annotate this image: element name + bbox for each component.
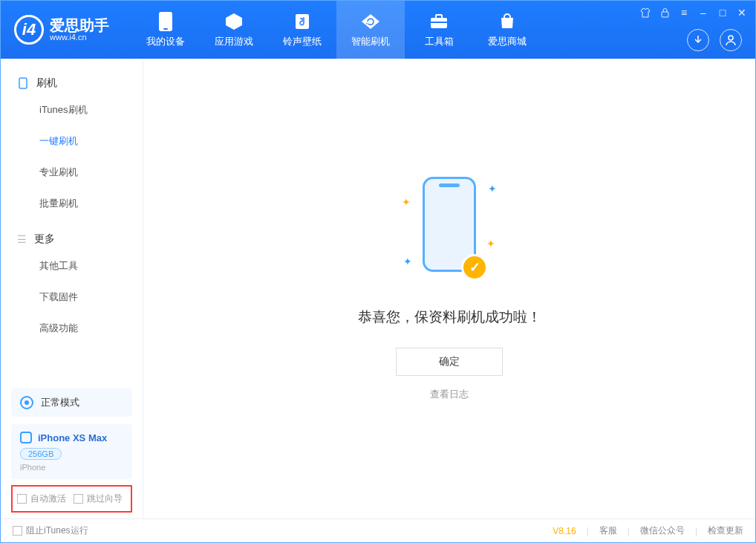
phone-icon <box>17 77 29 89</box>
device-capacity: 256GB <box>20 448 62 460</box>
checkbox-block-itunes[interactable]: 阻止iTunes运行 <box>13 524 88 537</box>
nav-store[interactable]: 爱思商城 <box>473 1 541 59</box>
options-highlighted-box: 自动激活 跳过向导 <box>11 485 132 513</box>
nav-toolbox[interactable]: 工具箱 <box>405 1 473 59</box>
app-title: 爱思助手 <box>50 18 109 33</box>
app-subtitle: www.i4.cn <box>50 33 109 42</box>
nav-ringtones[interactable]: 铃声壁纸 <box>268 1 336 59</box>
nav-apps-games[interactable]: 应用游戏 <box>200 1 268 59</box>
device-card[interactable]: iPhone XS Max 256GB iPhone <box>11 424 132 479</box>
separator: | <box>587 526 589 536</box>
titlebar-maximize-icon[interactable]: □ <box>717 7 729 19</box>
nav-label: 爱思商城 <box>488 35 527 48</box>
update-link[interactable]: 检查更新 <box>708 524 743 537</box>
app-header: i4 爱思助手 www.i4.cn 我的设备 应用游戏 铃声壁纸 智能刷机 工具… <box>1 1 755 59</box>
sidebar-group-more[interactable]: ☰ 更多 <box>1 228 143 250</box>
sidebar: 刷机 iTunes刷机 一键刷机 专业刷机 批量刷机 ☰ 更多 其他工具 下载固… <box>1 59 143 518</box>
titlebar-lock-icon[interactable] <box>659 7 671 19</box>
separator: | <box>695 526 697 536</box>
titlebar-menu-icon[interactable]: ≡ <box>678 7 690 19</box>
nav-my-device[interactable]: 我的设备 <box>131 1 200 59</box>
device-type: iPhone <box>20 463 123 472</box>
nav-label: 铃声壁纸 <box>283 35 322 48</box>
checkbox-icon <box>17 494 27 504</box>
ok-button[interactable]: 确定 <box>396 348 503 376</box>
svg-rect-6 <box>662 12 668 17</box>
checkbox-auto-activate[interactable]: 自动激活 <box>17 492 66 505</box>
sidebar-item-itunes-flash[interactable]: iTunes刷机 <box>39 94 143 126</box>
main-nav: 我的设备 应用游戏 铃声壁纸 智能刷机 工具箱 爱思商城 <box>131 1 541 59</box>
sidebar-item-pro-flash[interactable]: 专业刷机 <box>39 157 143 188</box>
checkbox-skip-wizard[interactable]: 跳过向导 <box>74 492 123 505</box>
success-illustration: ✓ ✦ ✦ ✦ ✦ <box>405 177 494 288</box>
checkbox-label: 自动激活 <box>30 492 66 505</box>
nav-label: 应用游戏 <box>215 35 253 48</box>
group-title: 刷机 <box>36 77 57 90</box>
separator: | <box>628 526 630 536</box>
nav-label: 工具箱 <box>425 35 454 48</box>
sidebar-item-oneclick-flash[interactable]: 一键刷机 <box>39 126 143 157</box>
support-link[interactable]: 客服 <box>599 524 617 537</box>
view-log-link[interactable]: 查看日志 <box>430 388 469 401</box>
sparkle-icon: ✦ <box>488 183 497 195</box>
menu-icon: ☰ <box>17 233 27 245</box>
refresh-icon <box>360 11 381 32</box>
wechat-link[interactable]: 微信公众号 <box>640 524 685 537</box>
download-button[interactable] <box>687 29 709 51</box>
titlebar-minimize-icon[interactable]: – <box>697 7 709 19</box>
checkbox-icon <box>13 526 22 536</box>
check-badge-icon: ✓ <box>461 254 488 281</box>
device-name: iPhone XS Max <box>38 432 107 443</box>
checkbox-label: 跳过向导 <box>87 492 123 505</box>
sparkle-icon: ✦ <box>403 256 412 267</box>
music-icon <box>292 11 313 32</box>
mode-label: 正常模式 <box>41 396 79 409</box>
header-right <box>687 29 742 51</box>
nav-label: 智能刷机 <box>351 35 390 48</box>
cube-icon <box>224 11 244 32</box>
toolbox-icon <box>428 11 449 32</box>
mode-icon <box>20 396 33 409</box>
checkbox-label: 阻止iTunes运行 <box>26 524 88 537</box>
svg-rect-4 <box>436 15 442 19</box>
device-icon <box>20 432 32 443</box>
svg-rect-8 <box>19 78 27 88</box>
group-title: 更多 <box>34 233 55 246</box>
svg-rect-5 <box>431 22 447 23</box>
nav-label: 我的设备 <box>146 35 185 48</box>
version-label: V8.16 <box>553 526 576 536</box>
app-logo: i4 爱思助手 www.i4.cn <box>14 15 109 45</box>
nav-flash[interactable]: 智能刷机 <box>336 1 405 59</box>
device-icon <box>155 11 176 32</box>
sidebar-item-download-firmware[interactable]: 下载固件 <box>39 282 143 313</box>
mode-card[interactable]: 正常模式 <box>11 388 132 417</box>
account-button[interactable] <box>720 29 742 51</box>
sidebar-group-flash[interactable]: 刷机 <box>1 72 143 94</box>
sparkle-icon: ✦ <box>402 196 411 208</box>
titlebar-shirt-icon[interactable] <box>639 7 651 19</box>
sidebar-item-other-tools[interactable]: 其他工具 <box>39 250 143 282</box>
bag-icon <box>497 11 518 32</box>
sidebar-item-advanced[interactable]: 高级功能 <box>39 313 143 344</box>
titlebar-controls: ≡ – □ ✕ <box>639 7 748 19</box>
sparkle-icon: ✦ <box>486 238 495 250</box>
sidebar-item-batch-flash[interactable]: 批量刷机 <box>39 188 143 219</box>
logo-icon: i4 <box>14 15 44 45</box>
success-message: 恭喜您，保资料刷机成功啦！ <box>358 308 541 327</box>
svg-rect-1 <box>163 28 168 30</box>
main-content: ✓ ✦ ✦ ✦ ✦ 恭喜您，保资料刷机成功啦！ 确定 查看日志 <box>143 59 755 518</box>
titlebar-close-icon[interactable]: ✕ <box>736 7 748 19</box>
checkbox-icon <box>74 494 83 504</box>
svg-point-7 <box>729 36 733 40</box>
status-bar: 阻止iTunes运行 V8.16 | 客服 | 微信公众号 | 检查更新 <box>1 518 755 542</box>
